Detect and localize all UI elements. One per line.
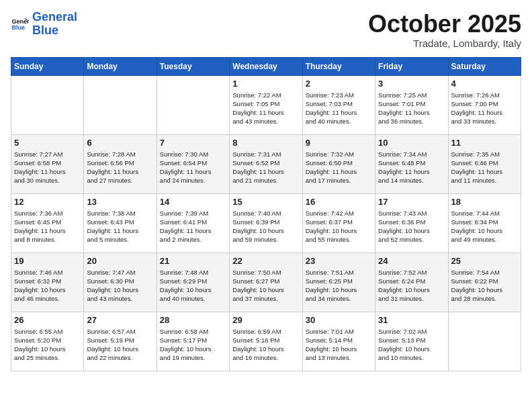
day-info: Sunrise: 7:26 AM Sunset: 7:00 PM Dayligh… xyxy=(451,91,518,126)
calendar-cell: 17Sunrise: 7:43 AM Sunset: 6:36 PM Dayli… xyxy=(375,193,448,253)
day-number: 16 xyxy=(306,197,372,207)
calendar-cell: 2Sunrise: 7:23 AM Sunset: 7:03 PM Daylig… xyxy=(302,75,375,134)
svg-text:General: General xyxy=(11,17,30,24)
week-row-0: 1Sunrise: 7:22 AM Sunset: 7:05 PM Daylig… xyxy=(11,75,521,134)
calendar-cell: 11Sunrise: 7:35 AM Sunset: 6:46 PM Dayli… xyxy=(448,134,521,193)
day-number: 11 xyxy=(451,138,518,148)
calendar-cell: 21Sunrise: 7:48 AM Sunset: 6:29 PM Dayli… xyxy=(157,253,229,312)
calendar-cell: 6Sunrise: 7:28 AM Sunset: 6:56 PM Daylig… xyxy=(84,134,157,193)
day-number: 12 xyxy=(14,197,81,207)
calendar-cell: 20Sunrise: 7:47 AM Sunset: 6:30 PM Dayli… xyxy=(84,253,157,312)
header-monday: Monday xyxy=(84,57,157,75)
header-thursday: Thursday xyxy=(302,57,375,75)
day-number: 27 xyxy=(87,315,153,325)
day-info: Sunrise: 7:52 AM Sunset: 6:24 PM Dayligh… xyxy=(378,268,445,304)
day-info: Sunrise: 7:54 AM Sunset: 6:22 PM Dayligh… xyxy=(451,268,518,304)
day-info: Sunrise: 7:36 AM Sunset: 6:45 PM Dayligh… xyxy=(14,209,81,244)
calendar-cell: 22Sunrise: 7:50 AM Sunset: 6:27 PM Dayli… xyxy=(230,253,302,312)
calendar-cell: 7Sunrise: 7:30 AM Sunset: 6:54 PM Daylig… xyxy=(157,134,229,193)
day-number: 17 xyxy=(378,197,445,207)
day-number: 2 xyxy=(306,79,372,89)
day-info: Sunrise: 7:38 AM Sunset: 6:43 PM Dayligh… xyxy=(87,209,153,244)
day-number: 23 xyxy=(306,256,372,266)
week-row-2: 12Sunrise: 7:36 AM Sunset: 6:45 PM Dayli… xyxy=(11,193,521,253)
header-saturday: Saturday xyxy=(448,57,521,75)
calendar-cell: 1Sunrise: 7:22 AM Sunset: 7:05 PM Daylig… xyxy=(230,75,302,134)
day-info: Sunrise: 7:43 AM Sunset: 6:36 PM Dayligh… xyxy=(378,209,445,244)
day-info: Sunrise: 7:28 AM Sunset: 6:56 PM Dayligh… xyxy=(87,150,153,185)
calendar-cell: 5Sunrise: 7:27 AM Sunset: 6:58 PM Daylig… xyxy=(11,134,84,193)
day-info: Sunrise: 7:35 AM Sunset: 6:46 PM Dayligh… xyxy=(451,150,518,185)
calendar-cell: 29Sunrise: 6:59 AM Sunset: 5:16 PM Dayli… xyxy=(230,312,302,371)
day-number: 19 xyxy=(14,256,81,266)
day-number: 9 xyxy=(306,138,372,148)
calendar-cell xyxy=(157,75,229,134)
calendar-cell: 4Sunrise: 7:26 AM Sunset: 7:00 PM Daylig… xyxy=(448,75,521,134)
calendar-cell: 14Sunrise: 7:39 AM Sunset: 6:41 PM Dayli… xyxy=(157,193,229,253)
day-info: Sunrise: 7:02 AM Sunset: 5:13 PM Dayligh… xyxy=(378,327,445,363)
page-header: General Blue General Blue October 2025 T… xyxy=(11,11,521,49)
day-number: 30 xyxy=(306,315,372,325)
calendar-cell: 18Sunrise: 7:44 AM Sunset: 6:34 PM Dayli… xyxy=(448,193,521,253)
day-info: Sunrise: 7:48 AM Sunset: 6:29 PM Dayligh… xyxy=(160,268,226,304)
calendar-cell: 24Sunrise: 7:52 AM Sunset: 6:24 PM Dayli… xyxy=(375,253,448,312)
day-info: Sunrise: 7:25 AM Sunset: 7:01 PM Dayligh… xyxy=(378,91,445,126)
day-number: 10 xyxy=(378,138,445,148)
day-info: Sunrise: 7:47 AM Sunset: 6:30 PM Dayligh… xyxy=(87,268,153,304)
calendar-cell xyxy=(448,312,521,371)
day-number: 26 xyxy=(14,315,81,325)
day-number: 1 xyxy=(232,79,299,89)
day-info: Sunrise: 7:27 AM Sunset: 6:58 PM Dayligh… xyxy=(14,150,81,185)
logo-line2: Blue xyxy=(32,24,58,37)
calendar-cell: 25Sunrise: 7:54 AM Sunset: 6:22 PM Dayli… xyxy=(448,253,521,312)
day-info: Sunrise: 6:55 AM Sunset: 5:20 PM Dayligh… xyxy=(14,327,81,363)
day-info: Sunrise: 7:30 AM Sunset: 6:54 PM Dayligh… xyxy=(160,150,226,185)
calendar-cell: 16Sunrise: 7:42 AM Sunset: 6:37 PM Dayli… xyxy=(302,193,375,253)
calendar-cell: 12Sunrise: 7:36 AM Sunset: 6:45 PM Dayli… xyxy=(11,193,84,253)
month-title: October 2025 xyxy=(368,11,521,38)
day-info: Sunrise: 7:42 AM Sunset: 6:37 PM Dayligh… xyxy=(306,209,372,244)
subtitle: Tradate, Lombardy, Italy xyxy=(368,38,521,49)
calendar-cell: 8Sunrise: 7:31 AM Sunset: 6:52 PM Daylig… xyxy=(230,134,302,193)
day-number: 3 xyxy=(378,79,445,89)
day-number: 21 xyxy=(160,256,226,266)
svg-text:Blue: Blue xyxy=(11,24,25,31)
logo-line1: General xyxy=(32,10,77,24)
day-number: 18 xyxy=(451,197,518,207)
calendar-table: SundayMondayTuesdayWednesdayThursdayFrid… xyxy=(11,57,521,371)
calendar-cell xyxy=(11,75,84,134)
day-info: Sunrise: 7:44 AM Sunset: 6:34 PM Dayligh… xyxy=(451,209,518,244)
day-info: Sunrise: 7:39 AM Sunset: 6:41 PM Dayligh… xyxy=(160,209,226,244)
title-block: October 2025 Tradate, Lombardy, Italy xyxy=(368,11,521,49)
day-info: Sunrise: 7:22 AM Sunset: 7:05 PM Dayligh… xyxy=(232,91,299,126)
calendar-cell: 10Sunrise: 7:34 AM Sunset: 6:48 PM Dayli… xyxy=(375,134,448,193)
day-number: 13 xyxy=(87,197,153,207)
day-info: Sunrise: 6:59 AM Sunset: 5:16 PM Dayligh… xyxy=(232,327,299,363)
day-info: Sunrise: 7:34 AM Sunset: 6:48 PM Dayligh… xyxy=(378,150,445,185)
day-info: Sunrise: 6:57 AM Sunset: 5:19 PM Dayligh… xyxy=(87,327,153,363)
calendar-cell: 26Sunrise: 6:55 AM Sunset: 5:20 PM Dayli… xyxy=(11,312,84,371)
day-number: 4 xyxy=(451,79,518,89)
header-tuesday: Tuesday xyxy=(157,57,229,75)
day-number: 22 xyxy=(232,256,299,266)
calendar-cell: 19Sunrise: 7:46 AM Sunset: 6:32 PM Dayli… xyxy=(11,253,84,312)
day-info: Sunrise: 7:51 AM Sunset: 6:25 PM Dayligh… xyxy=(306,268,372,304)
day-number: 29 xyxy=(232,315,299,325)
day-number: 5 xyxy=(14,138,81,148)
day-number: 28 xyxy=(160,315,226,325)
week-row-1: 5Sunrise: 7:27 AM Sunset: 6:58 PM Daylig… xyxy=(11,134,521,193)
logo: General Blue General Blue xyxy=(11,11,77,38)
day-number: 8 xyxy=(232,138,299,148)
calendar-cell: 28Sunrise: 6:58 AM Sunset: 5:17 PM Dayli… xyxy=(157,312,229,371)
calendar-cell: 3Sunrise: 7:25 AM Sunset: 7:01 PM Daylig… xyxy=(375,75,448,134)
day-info: Sunrise: 7:40 AM Sunset: 6:39 PM Dayligh… xyxy=(232,209,299,244)
calendar-cell: 23Sunrise: 7:51 AM Sunset: 6:25 PM Dayli… xyxy=(302,253,375,312)
day-number: 14 xyxy=(160,197,226,207)
calendar-cell xyxy=(84,75,157,134)
day-number: 31 xyxy=(378,315,445,325)
day-number: 24 xyxy=(378,256,445,266)
calendar-cell: 15Sunrise: 7:40 AM Sunset: 6:39 PM Dayli… xyxy=(230,193,302,253)
calendar-cell: 31Sunrise: 7:02 AM Sunset: 5:13 PM Dayli… xyxy=(375,312,448,371)
day-info: Sunrise: 7:50 AM Sunset: 6:27 PM Dayligh… xyxy=(232,268,299,304)
header-wednesday: Wednesday xyxy=(230,57,302,75)
